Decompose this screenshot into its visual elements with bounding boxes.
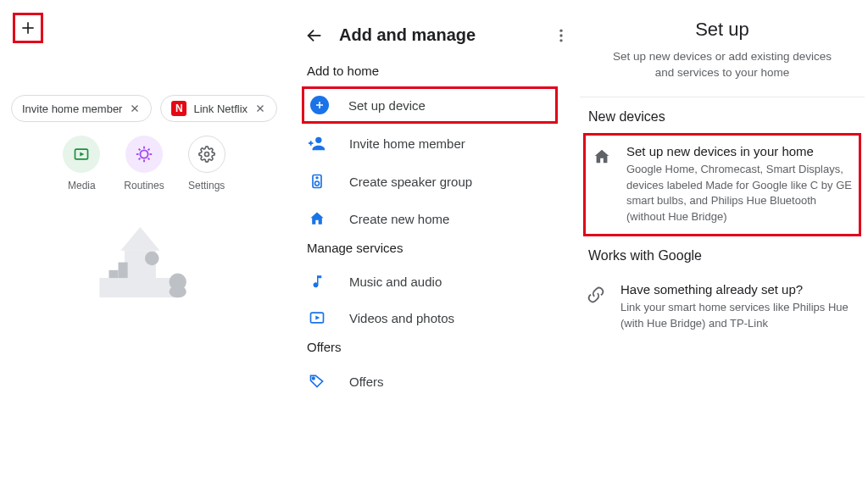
- entry-offers[interactable]: Offers: [288, 363, 576, 400]
- home-icon: [307, 210, 327, 227]
- tag-icon: [307, 373, 327, 390]
- page-title: Add and manage: [339, 25, 476, 45]
- action-label: Routines: [124, 180, 164, 191]
- svg-marker-18: [120, 227, 159, 251]
- home-icon: [593, 144, 611, 166]
- svg-point-17: [204, 153, 209, 157]
- plus-icon: [19, 19, 36, 36]
- action-routines[interactable]: Routines: [124, 136, 164, 191]
- card-works-with-google[interactable]: Have something already set up? Link your…: [576, 272, 868, 342]
- svg-point-20: [145, 252, 159, 266]
- section-offers: Offers: [288, 336, 576, 363]
- card-setup-new-devices[interactable]: Set up new devices in your home Google H…: [583, 133, 861, 236]
- svg-point-27: [559, 30, 562, 32]
- svg-marker-7: [81, 153, 85, 157]
- video-icon: [307, 309, 327, 326]
- card-body: Link your smart home services like Phili…: [620, 300, 858, 332]
- card-title: Set up new devices in your home: [626, 144, 852, 158]
- svg-rect-23: [119, 263, 128, 278]
- gear-icon: [188, 136, 225, 173]
- page-title: Set up: [576, 0, 868, 49]
- action-label: Settings: [188, 180, 225, 191]
- music-icon: [307, 274, 327, 289]
- entry-label: Music and audio: [349, 275, 442, 289]
- svg-point-32: [315, 137, 321, 143]
- svg-point-8: [140, 150, 147, 158]
- entry-create-home[interactable]: Create new home: [288, 200, 576, 237]
- entry-setup-device[interactable]: Set up device: [302, 86, 558, 124]
- link-icon: [587, 282, 605, 304]
- plus-circle-icon: [310, 96, 329, 114]
- chip-row: Invite home member N Link Netflix: [0, 95, 288, 122]
- add-manage-screen: Add and manage Add to home Set up device…: [288, 0, 576, 477]
- section-works-with-google: Works with Google: [576, 236, 868, 272]
- speaker-icon: [307, 173, 327, 190]
- chip-label: Invite home member: [22, 103, 123, 115]
- svg-point-36: [315, 181, 320, 186]
- entry-videos[interactable]: Videos and photos: [288, 299, 576, 336]
- person-add-icon: [307, 134, 327, 153]
- svg-rect-21: [99, 278, 177, 297]
- svg-line-16: [148, 149, 150, 151]
- action-row: Media Routines Settings: [0, 136, 288, 191]
- entry-label: Create speaker group: [349, 175, 472, 189]
- netflix-icon: N: [171, 101, 186, 116]
- action-settings[interactable]: Settings: [188, 136, 225, 191]
- close-icon: [254, 103, 266, 114]
- svg-point-29: [559, 39, 562, 42]
- setup-screen: Set up Set up new devices or add existin…: [576, 0, 868, 477]
- action-media[interactable]: Media: [63, 136, 100, 191]
- media-icon: [63, 136, 100, 173]
- chip-label: Link Netflix: [193, 103, 248, 115]
- home-screen: Invite home member N Link Netflix Media …: [0, 0, 288, 477]
- back-arrow-icon: [305, 26, 324, 45]
- section-add-to-home: Add to home: [288, 60, 576, 86]
- svg-line-13: [139, 149, 141, 151]
- back-button[interactable]: [305, 26, 324, 45]
- home-illustration: [0, 208, 288, 309]
- entry-label: Create new home: [349, 212, 449, 226]
- entry-label: Offers: [349, 374, 384, 389]
- chip-link-netflix[interactable]: N Link Netflix: [160, 95, 277, 122]
- entry-label: Set up device: [348, 98, 426, 113]
- svg-line-14: [148, 158, 150, 160]
- svg-point-37: [316, 177, 318, 179]
- chip-invite-member[interactable]: Invite home member: [11, 95, 153, 122]
- svg-marker-39: [315, 316, 320, 320]
- action-label: Media: [68, 180, 96, 191]
- svg-rect-22: [108, 270, 118, 278]
- page-subtitle: Set up new devices or add existing devic…: [576, 49, 868, 97]
- entry-invite-member[interactable]: Invite home member: [288, 124, 576, 163]
- entry-label: Videos and photos: [349, 311, 454, 325]
- routines-icon: [125, 136, 163, 173]
- more-menu-button[interactable]: [553, 27, 570, 47]
- svg-point-28: [559, 34, 562, 36]
- add-button[interactable]: [13, 13, 43, 43]
- svg-rect-25: [170, 286, 186, 297]
- close-icon: [129, 103, 141, 114]
- card-title: Have something already set up?: [620, 282, 858, 297]
- entry-music[interactable]: Music and audio: [288, 263, 576, 299]
- entry-speaker-group[interactable]: Create speaker group: [288, 163, 576, 200]
- section-manage-services: Manage services: [288, 237, 576, 263]
- section-new-devices: New devices: [576, 97, 868, 133]
- more-vert-icon: [553, 27, 570, 44]
- svg-line-15: [139, 158, 141, 160]
- svg-point-40: [313, 377, 315, 380]
- entry-label: Invite home member: [349, 136, 465, 151]
- card-body: Google Home, Chromecast, Smart Displays,…: [626, 162, 852, 225]
